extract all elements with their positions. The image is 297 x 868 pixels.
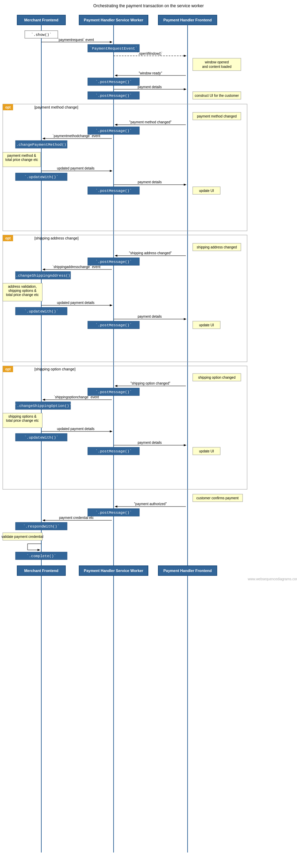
updatewith-2-box: `.updateWith()`	[24, 309, 58, 314]
updatewith-3-box: `.updateWith()`	[24, 436, 58, 440]
svg-text:total price change etc: total price change etc	[6, 419, 39, 422]
payment-method-note: payment method &	[7, 154, 36, 157]
validate-payment-note: validate payment credential	[1, 535, 43, 539]
postmessage-5-box: `.postMessage()`	[95, 260, 132, 264]
diagram-title: Orchestrating the payment transaction on…	[0, 3, 297, 8]
shipping-address-changed-label: "shipping address changed"	[129, 251, 172, 255]
payment-details-4-label: payment details	[138, 441, 162, 445]
postmessage-3-box: `.postMessage()`	[95, 129, 132, 133]
updated-payment-details-2-label: updated payment details	[57, 301, 95, 305]
paymentrequest-label: `paymentrequest` event	[57, 38, 94, 42]
sequence-diagram: Merchant Frontend Payment Handler Servic…	[0, 12, 297, 866]
postmessage-8-box: `.postMessage()`	[95, 449, 132, 453]
opt2-condition: [shipping address change]	[34, 236, 78, 240]
paymentmethodchange-label: `paymentmethodchange` event	[53, 134, 100, 138]
show-call: `.show()`	[31, 33, 51, 37]
payment-authorized-label: "payment authorized"	[134, 502, 167, 506]
shipping-options-note: shipping options &	[8, 415, 36, 418]
diagram-container: Orchestrating the payment transaction on…	[0, 0, 297, 868]
opt1-box	[3, 104, 247, 231]
watermark: www.websequencediagrams.com	[247, 577, 297, 581]
postmessage-6-box: `.postMessage()`	[95, 323, 132, 327]
postmessage-7-box: `.postMessage()`	[95, 390, 132, 394]
svg-text:total price change etc: total price change etc	[5, 158, 38, 162]
opt3-condition: [shipping option change]	[34, 367, 75, 371]
shipping-address-changed-note: shipping address changed	[197, 245, 237, 249]
complete-box: `.complete()`	[26, 554, 56, 558]
payment-details-1-label: payment details	[138, 85, 162, 89]
address-validation-note: address validation,	[8, 285, 36, 288]
svg-text:shipping options &: shipping options &	[8, 289, 36, 293]
window-ready-label: "window ready"	[139, 71, 162, 75]
lifeline-merchant-footer: Merchant Frontend	[24, 569, 59, 573]
postmessage-9-box: `.postMessage()`	[95, 511, 132, 515]
update-ui-2-note: update UI	[199, 323, 214, 327]
updated-payment-details-1-label: updated payment details	[57, 166, 95, 170]
updated-payment-details-3-label: updated payment details	[57, 427, 95, 431]
shipping-option-changed-note: shipping option changed	[198, 376, 235, 379]
lifeline-frontend-footer: Payment Handler Frontend	[163, 569, 212, 573]
shippingoptionchange-label: `shippingoptionchange` event	[54, 395, 99, 399]
lifeline-sw-footer: Payment Handler Service Worker	[84, 569, 144, 573]
window-opened-note: window opened	[204, 60, 229, 64]
postmessage-4-box: `.postMessage()`	[95, 189, 132, 193]
lifeline-merchant-header: Merchant Frontend	[24, 18, 59, 22]
opt1-condition: [payment method change]	[34, 105, 78, 109]
change-shipping-address-box: `.changeShippingAddress()`	[13, 274, 73, 278]
change-payment-method-box: `.changePaymentMethod()`	[14, 143, 68, 147]
shipping-option-changed-label: "shipping option changed"	[130, 381, 170, 385]
shippingaddresschange-label: `shippingaddresschange` event	[52, 265, 100, 269]
change-shipping-option-box: `.changeShippingOption()`	[14, 404, 71, 408]
payment-request-event-box: `PaymentRequestEvent`	[90, 47, 138, 51]
update-ui-3-note: update UI	[199, 449, 214, 453]
postmessage-2-box: `.postMessage()`	[95, 94, 132, 98]
construct-ui-note: construct UI for the customer	[195, 94, 239, 98]
payment-method-changed-note: payment method changed	[197, 114, 237, 118]
update-ui-1-note: update UI	[199, 189, 214, 193]
opt2-label: opt	[5, 236, 11, 240]
opt1-label: opt	[5, 105, 11, 109]
lifeline-frontend-header: Payment Handler Frontend	[163, 18, 212, 22]
opt3-label: opt	[5, 367, 11, 371]
customer-confirms-note: customer confirms payment	[197, 496, 239, 500]
payment-method-changed-label: "payment method changed"	[129, 120, 172, 124]
postmessage-1-box: `.postMessage()`	[95, 80, 132, 84]
payment-details-3-label: payment details	[138, 315, 162, 318]
payment-credential-label: payment credential etc	[59, 516, 94, 520]
updatewith-1-box: `.updateWith()`	[24, 175, 58, 179]
lifeline-sw-header: Payment Handler Service Worker	[84, 18, 144, 22]
respond-with-box: `.respondWith()`	[23, 524, 60, 529]
openwindow-label: `.openWindow()`	[137, 52, 162, 55]
svg-text:total price change etc: total price change etc	[6, 293, 39, 297]
svg-text:and content loaded: and content loaded	[202, 65, 231, 69]
payment-details-2-label: payment details	[138, 180, 162, 184]
